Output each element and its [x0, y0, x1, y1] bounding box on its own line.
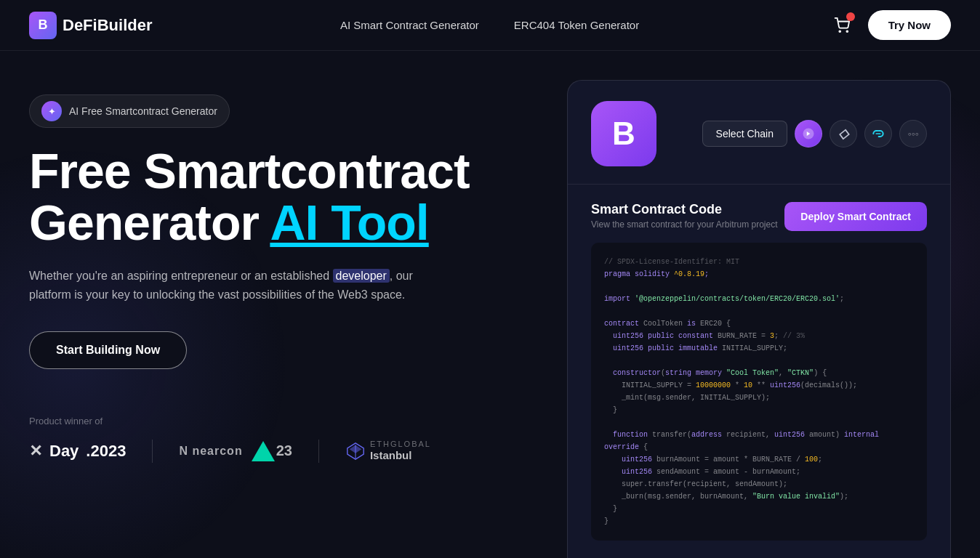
code-line-14: [604, 416, 914, 429]
partner-nearcon: N nearcon 23: [179, 441, 292, 461]
partner-xday: ✕ Day .2023: [29, 442, 126, 461]
code-line-20: }: [604, 503, 914, 515]
code-line-18: super.transfer(recipient, sendAmount);: [604, 478, 914, 490]
logo-defi: DeFi: [63, 16, 97, 34]
divider-1: [152, 440, 153, 463]
nearcon-23: 23: [276, 442, 292, 459]
hero-title: Free Smartcontract Generator AI Tool: [29, 145, 538, 249]
header: B DeFiBuilder AI Smart Contract Generato…: [0, 0, 980, 51]
partner-ethglobal: ETHGLOBAL Istanbul: [345, 440, 431, 462]
code-line-9: [604, 355, 914, 367]
logo-builder: Builder: [97, 16, 153, 34]
code-title: Smart Contract Code: [591, 202, 778, 217]
badge-text: AI Free Smartcontract Generator: [69, 105, 217, 117]
chain-icon-link[interactable]: [864, 120, 892, 147]
hero-title-highlight: AI Tool: [270, 195, 428, 250]
product-winner-label: Product winner of: [29, 416, 538, 426]
xday-day: Day: [49, 442, 79, 461]
eth-label: ETHGLOBAL: [370, 440, 431, 449]
mockup-top: B Select Chain ◇: [568, 81, 950, 185]
hero-badge: ✦ AI Free Smartcontract Generator: [29, 94, 230, 128]
svg-point-0: [839, 31, 840, 32]
logo-icon: B: [29, 12, 57, 39]
partners-row: ✕ Day .2023 N nearcon 23: [29, 440, 538, 463]
mockup-container: B Select Chain ◇: [567, 80, 951, 558]
xday-year: .2023: [86, 442, 126, 461]
code-section: Smart Contract Code View the smart contr…: [568, 185, 950, 558]
chain-icon-more[interactable]: ◦◦◦: [899, 120, 927, 147]
code-line-5: [604, 305, 914, 318]
try-now-button[interactable]: Try Now: [868, 10, 951, 40]
hero-title-line1: Free Smartcontract: [29, 143, 470, 198]
logo-text: DeFiBuilder: [63, 16, 152, 35]
chain-icon-arbitrum[interactable]: [795, 120, 822, 147]
nearcon-triangle-icon: [252, 441, 272, 461]
code-line-13: }: [604, 404, 914, 416]
product-winner-section: Product winner of ✕ Day .2023 N nearcon: [29, 416, 538, 463]
code-line-2: pragma solidity ^0.8.19;: [604, 268, 914, 280]
code-line-3: [604, 280, 914, 293]
code-line-11: INITIAL_SUPPLY = 10000000 * 10 ** uint25…: [604, 379, 914, 392]
code-line-16: uint256 burnAmount = amount * BURN_RATE …: [604, 453, 914, 466]
xday-text: Day: [49, 442, 79, 461]
header-right: Try Now: [827, 10, 951, 40]
eth-city: Istanbul: [370, 449, 431, 462]
code-header: Smart Contract Code View the smart contr…: [591, 202, 927, 231]
start-building-button[interactable]: Start Building Now: [29, 331, 187, 369]
svg-point-1: [846, 31, 848, 32]
code-line-8: uint256 public immutable INITIAL_SUPPLY;: [604, 342, 914, 355]
hero-title-normal: Generator: [29, 195, 270, 250]
code-line-7: uint256 public constant BURN_RATE = 3; /…: [604, 330, 914, 342]
nav-item-erc404[interactable]: ERC404 Token Generator: [514, 19, 639, 31]
eth-text: ETHGLOBAL Istanbul: [370, 440, 431, 462]
mockup-logo: B: [591, 101, 656, 166]
hero-desc-highlight: developer: [333, 269, 390, 283]
main-nav: AI Smart Contract Generator ERC404 Token…: [340, 19, 639, 31]
chain-selector-row: Select Chain ◇: [702, 120, 927, 147]
eth-diamond-icon: [345, 441, 366, 461]
code-block: // SPDX-License-Identifier: MIT pragma s…: [591, 243, 927, 541]
code-subtitle: View the smart contract for your Arbitru…: [591, 219, 778, 230]
right-panel: B Select Chain ◇: [567, 80, 951, 558]
cart-button[interactable]: [827, 11, 856, 40]
deploy-button[interactable]: Deploy Smart Contract: [784, 202, 927, 231]
xday-x-icon: ✕: [29, 442, 42, 461]
nearcon-text: N nearcon: [179, 445, 242, 458]
code-line-21: }: [604, 515, 914, 527]
hero-desc-part1: Whether you're an aspiring entrepreneur …: [29, 270, 333, 282]
badge-icon: ✦: [41, 101, 62, 121]
left-panel: ✦ AI Free Smartcontract Generator Free S…: [29, 80, 538, 463]
code-line-12: _mint(msg.sender, INITIAL_SUPPLY);: [604, 392, 914, 404]
select-chain-button[interactable]: Select Chain: [702, 121, 787, 147]
code-line-10: constructor(string memory "Cool Token", …: [604, 367, 914, 379]
code-title-area: Smart Contract Code View the smart contr…: [591, 202, 778, 230]
code-line-19: _burn(msg.sender, burnAmount, "Burn valu…: [604, 490, 914, 503]
main-content: ✦ AI Free Smartcontract Generator Free S…: [0, 51, 980, 558]
code-line-6: contract CoolToken is ERC20 {: [604, 318, 914, 330]
cart-badge: [846, 12, 855, 21]
code-line-17: uint256 sendAmount = amount - burnAmount…: [604, 466, 914, 478]
divider-2: [318, 440, 319, 463]
code-line-15: function transfer(address recipient, uin…: [604, 429, 914, 453]
hero-description: Whether you're an aspiring entrepreneur …: [29, 267, 422, 305]
link-icon: [871, 129, 885, 139]
nav-item-ai-smart-contract[interactable]: AI Smart Contract Generator: [340, 19, 479, 31]
logo: B DeFiBuilder: [29, 12, 152, 39]
code-line-1: // SPDX-License-Identifier: MIT: [604, 256, 914, 268]
arbitrum-icon: [802, 127, 815, 140]
code-line-4: import '@openzeppelin/contracts/token/ER…: [604, 293, 914, 305]
chain-icon-ethereum[interactable]: ◇: [830, 120, 857, 147]
